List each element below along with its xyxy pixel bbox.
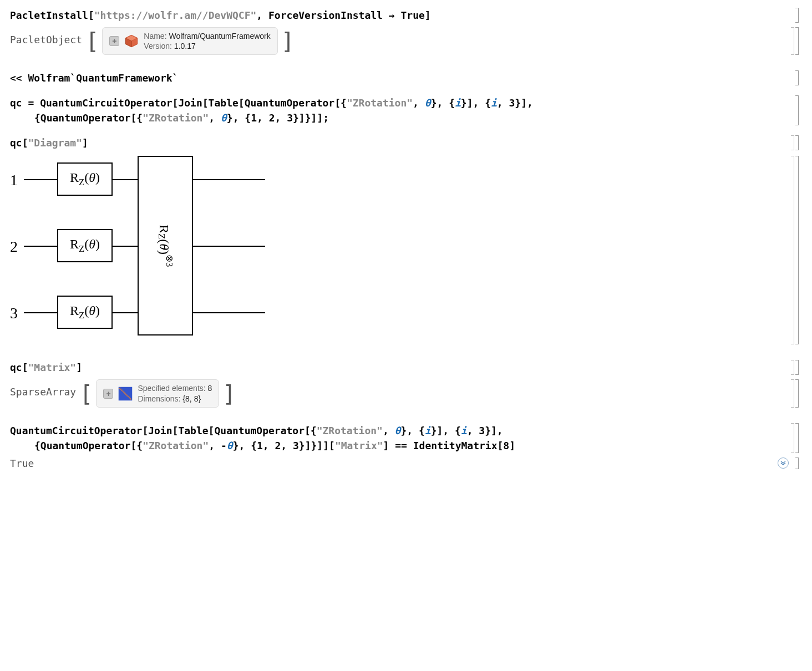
scroll-down-button[interactable] xyxy=(778,458,789,469)
output-cell-sparsearray: SparseArray [ + Specified elements: 8 Di… xyxy=(10,379,802,407)
output-cell-true: True xyxy=(10,458,802,469)
cell-bracket[interactable] xyxy=(791,379,799,407)
output-cell-diagram: 1 2 3 RZ(θ) RZ(θ) RZ(θ) RZ(θ)⊗3 xyxy=(10,156,802,344)
elements-label: Specified elements: xyxy=(138,384,205,393)
input-cell-diagram[interactable]: qc["Diagram"] xyxy=(10,135,802,150)
wire-label-3: 3 xyxy=(10,304,18,322)
output-head: PacletObject xyxy=(10,34,82,45)
wire-label-2: 2 xyxy=(10,238,18,256)
code-line-1[interactable]: QuantumCircuitOperator[Join[Table[Quantu… xyxy=(10,423,780,438)
dimensions-value: {8, 8} xyxy=(182,394,201,403)
input-cell-identity-check[interactable]: QuantumCircuitOperator[Join[Table[Quantu… xyxy=(10,423,802,453)
code-line[interactable]: qc["Matrix"] xyxy=(10,360,780,375)
chevron-down-icon xyxy=(780,460,786,466)
bracket-right-icon: ] xyxy=(222,385,236,403)
cell-bracket[interactable] xyxy=(795,70,799,85)
wire xyxy=(24,312,57,313)
output-cell-pacletobject: PacletObject [ + Name: Wolfram/QuantumFr… xyxy=(10,27,802,55)
cell-bracket[interactable] xyxy=(791,156,799,344)
cell-bracket[interactable] xyxy=(791,135,799,150)
wire xyxy=(193,246,265,247)
wire xyxy=(113,179,138,180)
gate-rz-2: RZ(θ) xyxy=(57,229,113,262)
quantum-circuit-diagram: 1 2 3 RZ(θ) RZ(θ) RZ(θ) RZ(θ)⊗3 xyxy=(10,156,271,344)
wire xyxy=(113,312,138,313)
output-value: True xyxy=(10,458,780,469)
url-string: "https://wolfr.am//DevWQCF" xyxy=(94,9,257,21)
fn-name: PacletInstall xyxy=(10,9,88,21)
bracket-left-icon: [ xyxy=(85,32,99,50)
cell-bracket[interactable] xyxy=(791,423,799,453)
name-value: Wolfram/QuantumFramework xyxy=(169,32,270,40)
rule-arrow-icon: → xyxy=(389,9,395,21)
name-label: Name: xyxy=(144,32,166,40)
dimensions-label: Dimensions: xyxy=(138,394,180,403)
version-value: 1.0.17 xyxy=(174,42,196,50)
code-line-1[interactable]: qc = QuantumCircuitOperator[Join[Table[Q… xyxy=(10,95,780,110)
panel-info: Name: Wolfram/QuantumFramework Version: … xyxy=(144,31,270,51)
sparse-summary-box[interactable]: [ + Specified elements: 8 Dimensions: {8… xyxy=(78,379,237,407)
elements-value: 8 xyxy=(208,384,212,393)
summary-panel: + Name: Wolfram/QuantumFramework Version… xyxy=(102,27,277,55)
output-head: SparseArray xyxy=(10,387,76,398)
version-label: Version: xyxy=(144,42,172,50)
gate-rz-tensor: RZ(θ)⊗3 xyxy=(138,156,193,336)
wire xyxy=(193,312,265,313)
gate-rz-1: RZ(θ) xyxy=(57,162,113,196)
expand-button[interactable]: + xyxy=(103,389,113,399)
code-line[interactable]: PacletInstall["https://wolfr.am//DevWQCF… xyxy=(10,8,780,23)
code-line-2[interactable]: {QuantumOperator[{"ZRotation", θ}, {1, 2… xyxy=(10,110,780,125)
panel-info: Specified elements: 8 Dimensions: {8, 8} xyxy=(138,383,212,403)
input-cell-qc-def[interactable]: qc = QuantumCircuitOperator[Join[Table[Q… xyxy=(10,95,802,125)
cell-bracket[interactable] xyxy=(791,360,799,375)
paclet-summary-box[interactable]: [ + Name: Wolfram/QuantumFramework Versi… xyxy=(84,27,296,55)
input-cell-load[interactable]: << Wolfram`QuantumFramework` xyxy=(10,70,802,85)
cell-bracket[interactable] xyxy=(795,8,799,23)
expand-button[interactable]: + xyxy=(109,36,119,46)
wire xyxy=(24,246,57,247)
wire-label-1: 1 xyxy=(10,171,18,189)
wire xyxy=(24,179,57,180)
gate-rz-3: RZ(θ) xyxy=(57,296,113,329)
option-value: True xyxy=(400,9,424,21)
code-line[interactable]: << Wolfram`QuantumFramework` xyxy=(10,70,780,85)
cell-bracket[interactable] xyxy=(795,95,799,125)
code-line-2[interactable]: {QuantumOperator[{"ZRotation", -θ}, {1, … xyxy=(10,438,780,453)
sparse-matrix-icon xyxy=(118,386,133,401)
wire xyxy=(193,179,265,180)
cell-bracket[interactable] xyxy=(795,458,799,469)
bracket-right-icon: ] xyxy=(281,32,295,50)
wire xyxy=(113,246,138,247)
bracket-left-icon: [ xyxy=(79,385,93,403)
paclet-cube-icon xyxy=(124,33,139,49)
code-line[interactable]: qc["Diagram"] xyxy=(10,135,780,150)
option-key: ForceVersionInstall xyxy=(268,9,383,21)
input-cell-matrix[interactable]: qc["Matrix"] xyxy=(10,360,802,375)
cell-bracket[interactable] xyxy=(791,27,799,55)
input-cell-pacletinstall[interactable]: PacletInstall["https://wolfr.am//DevWQCF… xyxy=(10,8,802,23)
summary-panel: + Specified elements: 8 Dimensions: {8, … xyxy=(96,379,219,407)
